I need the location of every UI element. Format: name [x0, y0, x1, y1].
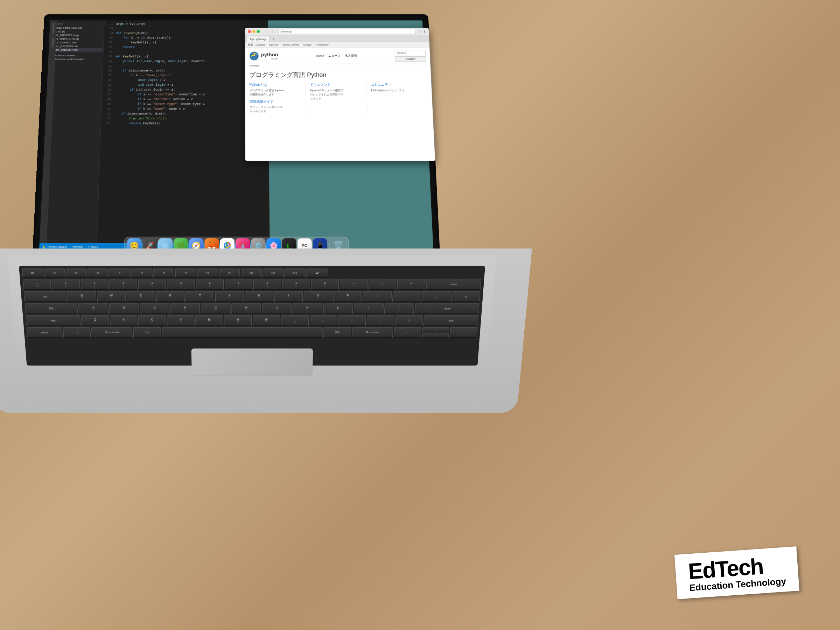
ide-external-libs[interactable]: 📁 External Libraries [49, 54, 102, 57]
ide-file-dat1[interactable]: 📄 s3_20190807.dat [50, 41, 103, 44]
key-w[interactable]: Wて [96, 291, 126, 302]
browser-refresh-btn[interactable]: ↻ [419, 30, 422, 33]
sub-section-title[interactable]: 環境構築ガイド [249, 99, 302, 104]
search-button[interactable]: Search [395, 56, 426, 62]
key-f10[interactable]: F10 [241, 268, 262, 277]
key-down[interactable]: ↓ [422, 333, 449, 338]
key-9[interactable]: 9よ [282, 279, 310, 290]
key-f3[interactable]: F3 [87, 268, 109, 277]
key-i[interactable]: Iに [275, 291, 303, 302]
key-q[interactable]: Qた [67, 291, 96, 302]
key-f4[interactable]: F4 [109, 268, 131, 277]
key-shift-r-small[interactable]: け [395, 315, 423, 326]
browser-new-tab-btn[interactable]: + [271, 36, 276, 42]
key-7[interactable]: 7や [225, 279, 253, 290]
key-b[interactable]: Bこ [195, 315, 223, 326]
ide-file-dat3[interactable]: 📄 sort_20190807.dat [49, 48, 103, 52]
key-f7[interactable]: F7 [175, 268, 196, 277]
key-r[interactable]: Rす [156, 291, 185, 302]
key-f[interactable]: Fは [170, 303, 200, 314]
key-kana[interactable]: かな [133, 327, 161, 338]
traffic-light-green[interactable] [257, 30, 260, 33]
browser-tab-active[interactable]: Top - python.jp [246, 36, 270, 42]
key-esc[interactable]: esc [22, 268, 43, 277]
key-tab[interactable]: tab [24, 291, 67, 302]
section-title-1[interactable]: Pythonとは [249, 82, 302, 87]
key-up[interactable]: ↑ [422, 327, 449, 332]
key-backslash[interactable]: \む [422, 291, 451, 302]
key-shift-r[interactable]: shift [423, 315, 478, 326]
section-title-3[interactable]: コミュニティ [371, 82, 427, 87]
key-o[interactable]: Oら [304, 291, 333, 302]
key-0[interactable]: 0わ [311, 279, 339, 290]
bookmark-yahoo[interactable]: Yahoo! JAPAN [283, 43, 299, 47]
key-yen[interactable]: ¥ー [397, 279, 426, 290]
key-s[interactable]: Sと [109, 303, 139, 314]
key-1[interactable]: 1ぬ [51, 279, 80, 290]
key-v[interactable]: Vひ [167, 315, 194, 326]
key-eisu[interactable]: 英数 [324, 327, 351, 338]
key-2[interactable]: 2ふ [81, 279, 109, 290]
key-f8[interactable]: F8 [197, 268, 218, 277]
key-power[interactable]: ⏻ [306, 268, 328, 277]
key-space[interactable] [162, 327, 323, 338]
key-left[interactable]: ← [393, 327, 422, 338]
ide-file-tar1[interactable]: 📦 s3_20190619.tar.gz [50, 33, 103, 37]
traffic-light-red[interactable] [248, 30, 251, 33]
key-command-l[interactable]: ⌘ command [92, 327, 133, 338]
key-t[interactable]: Tか [185, 291, 214, 302]
ide-file-py[interactable]: 📄 c_03.py [50, 30, 103, 33]
key-j[interactable]: Jま [262, 303, 292, 314]
key-x[interactable]: Xさ [109, 315, 137, 326]
key-ro[interactable]: _ろ [366, 315, 395, 326]
key-caret[interactable]: ^へ [368, 279, 396, 290]
browser-url-bar[interactable]: python.jp [278, 29, 416, 34]
key-capslock[interactable]: 英数 [25, 303, 78, 314]
key-tilde[interactable]: ～半角 [23, 279, 51, 290]
key-u[interactable]: Uな [245, 291, 273, 302]
key-n[interactable]: Nみ [224, 315, 252, 326]
key-control[interactable]: control [27, 327, 63, 338]
key-period[interactable]: .る [310, 315, 337, 326]
key-quote[interactable]: 'け [384, 303, 414, 314]
python-contact-link[interactable]: Contact [245, 63, 431, 68]
key-return[interactable]: return [415, 303, 480, 314]
key-comma[interactable]: ,ね [281, 315, 309, 326]
key-delete[interactable]: delete [426, 279, 482, 290]
key-8[interactable]: 8ゆ [253, 279, 281, 290]
ide-scratches[interactable]: 📝 Scratches and Consoles [49, 57, 103, 61]
key-f11[interactable]: F11 [263, 268, 284, 277]
key-f6[interactable]: F6 [153, 268, 174, 277]
key-h[interactable]: Hく [231, 303, 261, 314]
traffic-light-yellow[interactable] [253, 30, 256, 33]
key-shift-l[interactable]: shift [25, 315, 81, 326]
key-minus[interactable]: −を [339, 279, 368, 290]
key-command-r[interactable]: ⌘ command [352, 327, 393, 338]
ide-file-dat2[interactable]: 📄 sort_20190701.dat [49, 44, 103, 48]
browser-forward-btn[interactable]: › [270, 29, 275, 34]
bookmark-lambda[interactable]: 概要 - Lambda [248, 43, 265, 47]
touchpad[interactable] [191, 349, 313, 376]
ide-file-tar2[interactable]: 📦 s3_20190701.tar.gz [50, 37, 103, 41]
key-e[interactable]: Eい [126, 291, 155, 302]
key-p[interactable]: Pせ [333, 291, 362, 302]
key-k[interactable]: Kの [293, 303, 322, 314]
key-f12[interactable]: F12 [284, 268, 306, 277]
key-f5[interactable]: F5 [131, 268, 152, 277]
key-m[interactable]: Mも [253, 315, 280, 326]
key-delete2[interactable]: ⌫ [451, 291, 480, 302]
browser-back-btn[interactable]: ‹ [263, 29, 269, 34]
browser-share-btn[interactable]: ⬆ [423, 30, 426, 33]
search-input[interactable] [395, 50, 426, 55]
key-y[interactable]: Yん [215, 291, 244, 302]
key-f9[interactable]: F9 [219, 268, 240, 277]
bookmark-pcbrowser[interactable]: PCBrowser [316, 43, 328, 47]
key-z[interactable]: Zつ [81, 315, 109, 326]
key-right[interactable]: → [449, 327, 477, 338]
key-c[interactable]: Cそ [138, 315, 166, 326]
bookmark-google[interactable]: Google [303, 43, 311, 47]
key-g[interactable]: Gき [201, 303, 231, 314]
key-4[interactable]: 4う [138, 279, 166, 290]
key-3[interactable]: 3あ [109, 279, 137, 290]
nav-home[interactable]: Home [316, 54, 324, 58]
